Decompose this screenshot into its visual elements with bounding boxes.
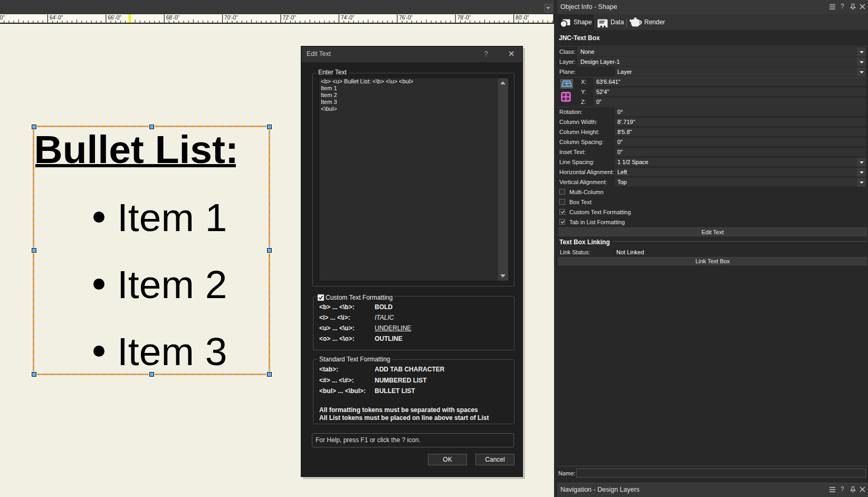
svg-text:66'-0": 66'-0" — [108, 15, 121, 21]
svg-text:74'-0": 74'-0" — [341, 15, 355, 21]
svg-text:68'-0": 68'-0" — [166, 15, 180, 21]
svg-text:72'-0": 72'-0" — [283, 15, 297, 21]
svg-text:80'-0": 80'-0" — [516, 15, 529, 21]
svg-text:64'-0": 64'-0" — [50, 15, 63, 21]
svg-text:70'-0": 70'-0" — [224, 15, 238, 21]
svg-text:76'-0": 76'-0" — [399, 15, 413, 21]
svg-text:62'-0": 62'-0" — [0, 15, 5, 21]
svg-text:78'-0": 78'-0" — [457, 15, 471, 21]
